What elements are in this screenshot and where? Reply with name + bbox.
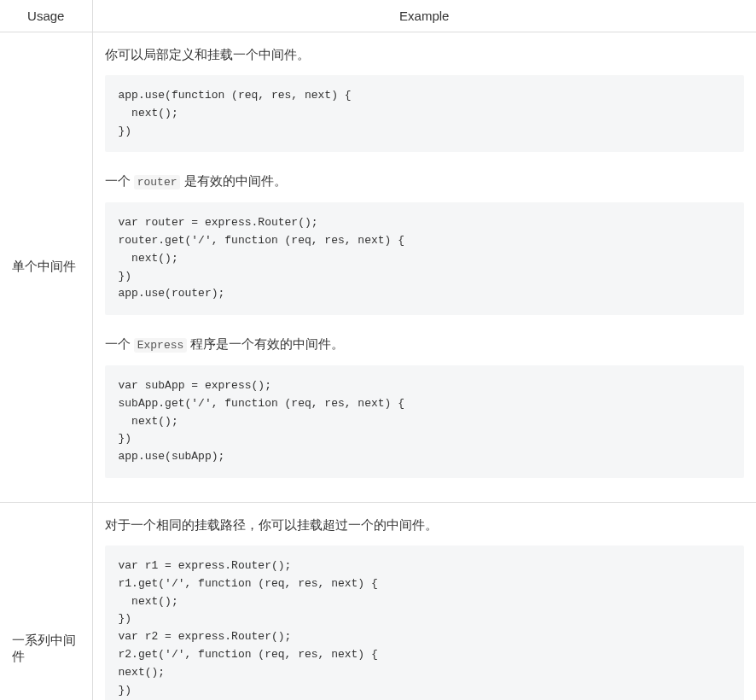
header-usage: Usage (0, 0, 92, 32)
example-cell: 你可以局部定义和挂载一个中间件。app.use(function (req, r… (92, 32, 756, 503)
header-row: Usage Example (0, 0, 756, 32)
header-example: Example (92, 0, 756, 32)
description-text: 你可以局部定义和挂载一个中间件。 (105, 44, 745, 65)
inline-code: Express (134, 338, 188, 353)
table-row: 单个中间件你可以局部定义和挂载一个中间件。app.use(function (r… (0, 32, 756, 503)
middleware-table: Usage Example 单个中间件你可以局部定义和挂载一个中间件。app.u… (0, 0, 756, 700)
code-block: var r1 = express.Router(); r1.get('/', f… (105, 545, 745, 700)
usage-cell: 单个中间件 (0, 32, 92, 503)
table-row: 一系列中间件对于一个相同的挂载路径，你可以挂载超过一个的中间件。var r1 =… (0, 502, 756, 700)
code-block: var subApp = express(); subApp.get('/', … (105, 365, 745, 478)
code-block: app.use(function (req, res, next) { next… (105, 75, 745, 152)
inline-code: router (134, 175, 181, 190)
example-cell: 对于一个相同的挂载路径，你可以挂载超过一个的中间件。var r1 = expre… (92, 502, 756, 700)
code-block: var router = express.Router(); router.ge… (105, 202, 745, 315)
description-text: 对于一个相同的挂载路径，你可以挂载超过一个的中间件。 (105, 515, 745, 535)
usage-cell: 一系列中间件 (0, 502, 92, 700)
description-text: 一个 Express 程序是一个有效的中间件。 (105, 334, 745, 355)
description-text: 一个 router 是有效的中间件。 (105, 171, 745, 192)
